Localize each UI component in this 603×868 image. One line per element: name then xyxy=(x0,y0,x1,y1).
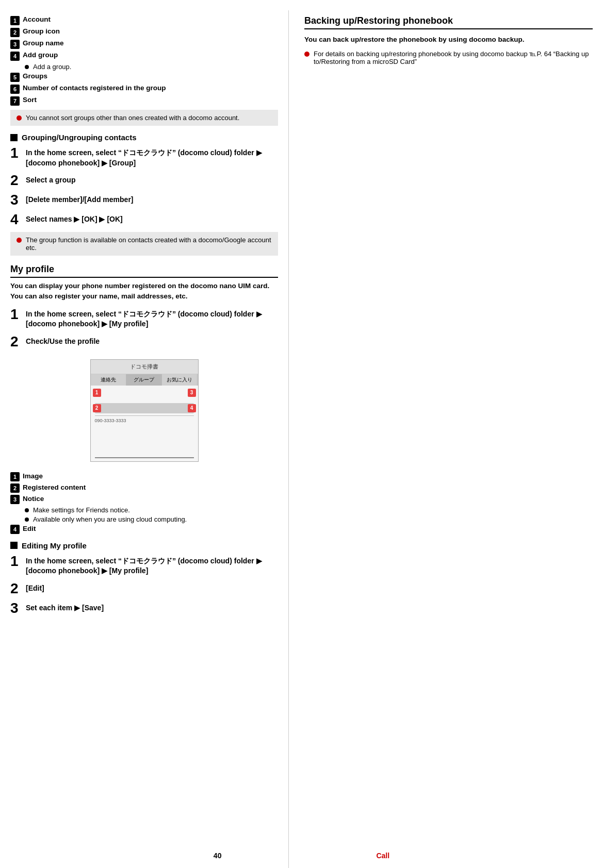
step-2-text: Select a group xyxy=(26,173,75,186)
info-box-1-text: You cannot sort groups other than ones c… xyxy=(26,114,239,122)
ed-step-num-1: 1 xyxy=(10,554,21,569)
ed-step-3-text: Set each item ▶ [Save] xyxy=(26,601,104,613)
my-profile-step-2: 2 Check/Use the profile xyxy=(10,335,278,349)
item-7: 7 Sort xyxy=(10,96,278,106)
call-link: Call xyxy=(376,852,389,860)
my-profile-step-1: 1 In the home screen, select “ドコモクラウド” (… xyxy=(10,307,278,329)
item-1: 1 Account xyxy=(10,15,278,25)
tab-contacts-label: 連絡先 xyxy=(101,376,116,383)
grouping-step-3: 3 [Delete member]/[Add member] xyxy=(10,193,278,207)
item-1-label: Account xyxy=(23,15,51,23)
pi-label-3: Notice xyxy=(23,495,44,503)
screenshot-badge-3: 3 xyxy=(188,389,196,397)
pi-label-4: Edit xyxy=(23,525,36,532)
profile-items-list: 1 Image 2 Registered content 3 Notice Ma… xyxy=(10,472,278,534)
phone-screenshot: ドコモ搼書 連絡先 グループ お気に入り 1 3 2 4 xyxy=(90,359,199,462)
editing-step-3: 3 Set each item ▶ [Save] xyxy=(10,601,278,615)
ed-step-2-text: [Edit] xyxy=(26,581,44,594)
grouping-step-2: 2 Select a group xyxy=(10,173,278,188)
step-num-3: 3 xyxy=(10,193,21,207)
grouping-section-header: Grouping/Ungrouping contacts xyxy=(10,133,278,142)
badge-5: 5 xyxy=(10,73,20,82)
ed-step-1-text: In the home screen, select “ドコモクラウド” (do… xyxy=(26,554,278,576)
item-6: 6 Number of contacts registered in the g… xyxy=(10,84,278,94)
editing-step-1: 1 In the home screen, select “ドコモクラウド” (… xyxy=(10,554,278,576)
item-3-label: Group name xyxy=(23,39,64,47)
profile-item-4: 4 Edit xyxy=(10,525,278,534)
step-4-text: Select names ▶ [OK] ▶ [OK] xyxy=(26,212,123,225)
pi-badge-2: 2 xyxy=(10,483,20,493)
add-group-bullet: Add a group. xyxy=(25,63,278,71)
item-2-label: Group icon xyxy=(23,27,60,35)
phone-row-2: 090-3333-3333 xyxy=(95,418,194,423)
phone-row-1 xyxy=(95,403,194,413)
backing-desc: You can back up/restore the phonebook by… xyxy=(304,35,593,45)
black-square-editing xyxy=(10,542,18,549)
grouping-title: Grouping/Ungrouping contacts xyxy=(22,133,136,142)
step-num-4: 4 xyxy=(10,212,21,227)
notice-bullet-1: Make settings for Friends notice. xyxy=(25,506,278,514)
step-num-2: 2 xyxy=(10,173,21,188)
mp-step-num-1: 1 xyxy=(10,307,21,322)
phone-tabs: 連絡先 グループ お気に入り xyxy=(91,374,198,386)
screenshot-badge-2: 2 xyxy=(93,404,101,412)
right-column: Backing up/Restoring phonebook You can b… xyxy=(289,10,603,868)
tab-group-label: グループ xyxy=(134,376,154,383)
page-number: 40 xyxy=(214,852,222,860)
mp-step-num-2: 2 xyxy=(10,335,21,349)
screenshot-container: ドコモ搼書 連絡先 グループ お気に入り 1 3 2 4 xyxy=(10,354,278,467)
notice-text-2: Available only when you are using cloud … xyxy=(33,515,187,523)
phone-header-text: ドコモ搼書 xyxy=(130,363,158,371)
item-5: 5 Groups xyxy=(10,72,278,82)
tab-group: グループ xyxy=(126,374,162,386)
grouping-step-1: 1 In the home screen, select “ドコモクラウド” (… xyxy=(10,146,278,168)
screenshot-badge-1: 1 xyxy=(93,389,101,397)
item-4: 4 Add group xyxy=(10,51,278,61)
badge-1: 1 xyxy=(10,16,20,25)
grouping-step-4: 4 Select names ▶ [OK] ▶ [OK] xyxy=(10,212,278,227)
pi-badge-1: 1 xyxy=(10,472,20,481)
add-group-text: Add a group. xyxy=(33,63,71,71)
phone-body: 1 3 2 4 090-3333-3333 xyxy=(91,386,198,461)
pi-label-1: Image xyxy=(23,472,43,480)
left-column: 1 Account 2 Group icon 3 Group name 4 Ad… xyxy=(0,10,289,868)
bullet-dot-1 xyxy=(25,65,29,69)
profile-item-1: 1 Image xyxy=(10,472,278,481)
info-box-2: The group function is available on conta… xyxy=(10,232,278,256)
mp-step-1-text: In the home screen, select “ドコモクラウド” (do… xyxy=(26,307,278,329)
tab-fav: お気に入り xyxy=(162,374,198,386)
info-box-1: You cannot sort groups other than ones c… xyxy=(10,110,278,126)
red-dot-1 xyxy=(17,115,22,121)
step-1-text: In the home screen, select “ドコモクラウド” (do… xyxy=(26,146,278,168)
backing-bullet-text: For details on backing up/restoring phon… xyxy=(314,50,593,65)
item-2: 2 Group icon xyxy=(10,27,278,37)
notice-dot-2 xyxy=(25,518,29,522)
step-3-text: [Delete member]/[Add member] xyxy=(26,193,134,205)
badge-2: 2 xyxy=(10,28,20,37)
notice-bullet-2: Available only when you are using cloud … xyxy=(25,515,278,523)
profile-item-3: 3 Notice xyxy=(10,495,278,504)
editing-title: Editing My profile xyxy=(22,541,87,550)
badge-3: 3 xyxy=(10,40,20,49)
ed-step-num-3: 3 xyxy=(10,601,21,615)
pi-label-2: Registered content xyxy=(23,483,86,491)
backing-title: Backing up/Restoring phonebook xyxy=(304,15,593,29)
tab-fav-label: お気に入り xyxy=(167,376,192,383)
items-list: 1 Account 2 Group icon 3 Group name 4 Ad… xyxy=(10,15,278,106)
item-6-label: Number of contacts registered in the gro… xyxy=(23,84,166,92)
profile-item-2: 2 Registered content xyxy=(10,483,278,493)
info-box-2-text: The group function is available on conta… xyxy=(26,236,272,252)
mp-step-2-text: Check/Use the profile xyxy=(26,335,100,347)
ed-step-num-2: 2 xyxy=(10,581,21,596)
black-square-grouping xyxy=(10,134,18,141)
notice-text-1: Make settings for Friends notice. xyxy=(33,506,130,514)
item-7-label: Sort xyxy=(23,96,37,104)
page-footer: 40 Call xyxy=(0,852,603,860)
item-5-label: Groups xyxy=(23,72,47,80)
pi-badge-4: 4 xyxy=(10,525,20,534)
backing-red-dot xyxy=(304,52,309,57)
screenshot-badge-4: 4 xyxy=(188,404,196,412)
phone-header: ドコモ搼書 xyxy=(91,360,198,374)
pi-badge-3: 3 xyxy=(10,495,20,504)
notice-dot-1 xyxy=(25,508,29,512)
